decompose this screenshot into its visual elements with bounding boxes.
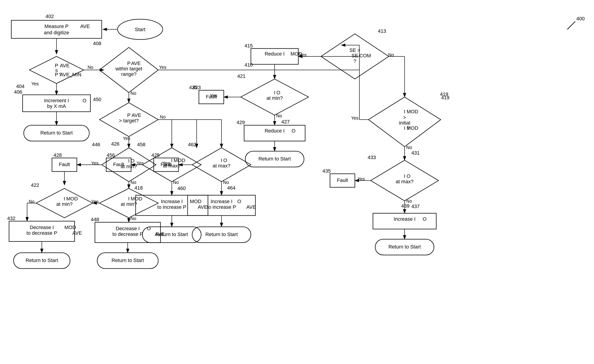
node-422-num: 422 xyxy=(31,182,39,188)
label-404-no: No xyxy=(88,65,93,70)
node-402-num: 402 xyxy=(46,13,54,19)
node-fault-428-label: Fault xyxy=(59,162,70,167)
node-dec-imod-label2: to decrease P xyxy=(27,230,57,236)
label-408-no: No xyxy=(130,91,136,96)
node-imod-init-label1b: MOD xyxy=(407,109,418,114)
label-426-no: No xyxy=(130,180,136,185)
label-439: 439 xyxy=(401,203,410,209)
node-421-num: 421 xyxy=(237,73,246,79)
label-pavegt-yes: Yes xyxy=(123,136,130,141)
node-462-label1b: O xyxy=(223,157,227,163)
label-427: 427 xyxy=(281,119,290,124)
svg-line-2 xyxy=(567,21,575,29)
node-pavegt-label1b: AVE xyxy=(132,112,141,118)
node-408-label2: within target xyxy=(115,66,142,72)
node-406-label1: Increment I xyxy=(44,98,69,103)
node-dec-io-num: 448 xyxy=(91,217,99,222)
node-406-label2: by X mA xyxy=(47,103,66,109)
label-pavegt-no: No xyxy=(160,114,166,119)
node-dec-io-label2: to decrease P xyxy=(112,231,143,237)
node-402-label2: AVE xyxy=(80,23,90,29)
node-458-label2: at max? xyxy=(163,163,181,169)
label-437: 437 xyxy=(411,204,420,209)
label-431: 431 xyxy=(411,150,420,156)
node-pavegt-label2: > target? xyxy=(119,118,139,124)
node-dec-io-label1: Decrease I xyxy=(116,226,140,231)
node-reduce-io-label1: Reduce I xyxy=(265,128,284,134)
node-422-label1b: MOD xyxy=(66,196,78,202)
node-422-label2: at min? xyxy=(56,201,73,207)
node-402-label: Measure P xyxy=(45,23,68,29)
node-reduce-imod-label1: Reduce I xyxy=(265,51,284,57)
node-reduce-imod-num: 415 xyxy=(244,43,253,49)
node-se-secom-num: 413 xyxy=(378,28,386,34)
node-458-label1: I xyxy=(171,157,172,163)
node-reduce-io-num: 429 xyxy=(237,120,245,125)
label-464: 464 xyxy=(227,185,236,191)
node-se-secom-label1: SE > xyxy=(350,47,360,53)
node-fault-423-label: Fault xyxy=(206,94,217,99)
node-fault-456-num: 456 xyxy=(107,152,115,158)
node-inc-imod-pave-label2b: AVE xyxy=(198,204,207,210)
node-402-label3: and digitize xyxy=(44,30,69,35)
label-404-yes: Yes xyxy=(31,81,39,86)
label-418: 418 xyxy=(135,185,143,191)
node-se-secom-label2b: COM xyxy=(359,53,371,58)
node-inc-io-439-label1: Increase I xyxy=(394,216,416,222)
node-reduce-io-label1b: O xyxy=(291,128,295,134)
node-426-label1: I xyxy=(128,158,129,164)
node-imod-init-label1: I xyxy=(404,109,405,114)
node-421-label1: I xyxy=(274,90,275,96)
flowchart-diagram: 400 Measure P AVE and digitize 402 Start… xyxy=(0,0,594,364)
node-404-label3b: AVE_MIN xyxy=(60,72,81,78)
node-dec-imod-label2b: AVE xyxy=(72,230,82,236)
label-421-no: No xyxy=(276,113,282,118)
node-462-label1: I xyxy=(221,157,222,163)
node-406-num: 406 xyxy=(14,89,22,95)
node-462-num: 462 xyxy=(188,142,196,147)
label-462-no: No xyxy=(223,180,229,185)
label-410: 410 xyxy=(244,62,253,68)
node-inc-imod-pave-label2: to increase P xyxy=(157,204,186,210)
node-dec-imod-label1b: MOD xyxy=(64,225,76,230)
label-imodinit-yes: Yes xyxy=(351,116,359,121)
node-418-label2: at min? xyxy=(121,201,137,207)
node-421-label1b: O xyxy=(277,90,280,96)
node-408-label1: P xyxy=(127,60,131,66)
node-458-label1b: MOD xyxy=(174,157,185,163)
node-fault-428-num: 428 xyxy=(54,152,62,158)
node-rts-432-label: Return to Start xyxy=(26,258,58,263)
node-inc-io-pave-label1: Increase I xyxy=(211,199,233,204)
node-inc-imod-pave-label1b: MOD xyxy=(190,199,201,204)
node-404-label3: P xyxy=(55,72,58,78)
label-408-yes: Yes xyxy=(159,65,167,70)
label-458-no: No xyxy=(173,180,179,185)
label-460: 460 xyxy=(177,186,186,191)
node-408-label3: range? xyxy=(121,71,137,77)
node-fault-435-num: 435 xyxy=(323,168,331,174)
label-426: 426 xyxy=(111,141,120,147)
node-inc-io-pave-label2: to increase P xyxy=(207,204,236,210)
node-dec-imod-num: 432 xyxy=(7,215,16,221)
node-inc-io-439-label1b: O xyxy=(423,216,426,222)
node-rts-464-label: Return to Start xyxy=(205,232,237,237)
node-418-label1: I xyxy=(128,196,129,202)
node-433-label1: I xyxy=(404,173,405,179)
node-426-num: 446 xyxy=(92,142,100,147)
node-404-label3c: ? xyxy=(59,72,61,78)
node-se-secom-label2: SE xyxy=(351,53,358,58)
label-418-no: No xyxy=(130,216,136,221)
node-dec-imod-label1: Decrease I xyxy=(30,225,54,230)
node-421-label2: at min? xyxy=(266,95,283,101)
node-462-label2: at max? xyxy=(213,163,230,169)
node-rts-448-label: Return to Start xyxy=(111,258,144,263)
node-rts-439-label: Return to Start xyxy=(388,244,421,250)
label-433-no: No xyxy=(406,199,412,204)
node-404-label1b: AVE xyxy=(60,63,69,68)
node-406-label1b: O xyxy=(82,98,86,103)
node-imod-init-label2: > xyxy=(403,115,406,120)
node-422-label1: I xyxy=(64,196,65,202)
node-rts-421-label: Return to Start xyxy=(258,156,291,162)
node-fault-435-label: Fault xyxy=(337,177,348,183)
node-se-secom-label3: ? xyxy=(353,58,356,64)
